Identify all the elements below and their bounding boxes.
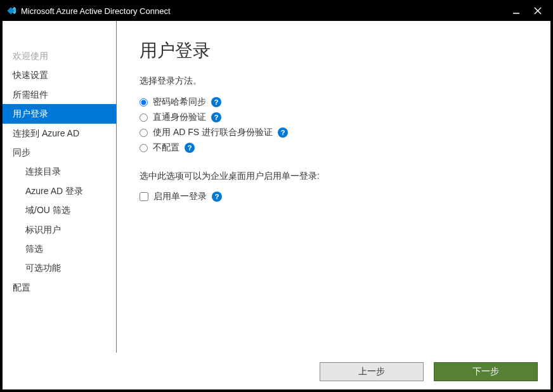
titlebar: Microsoft Azure Active Directory Connect [1, 1, 552, 21]
signin-option-label: 密码哈希同步 [153, 96, 206, 108]
sidebar-step[interactable]: Azure AD 登录 [3, 181, 116, 200]
signin-option[interactable]: 直通身份验证? [140, 110, 528, 125]
help-icon[interactable]: ? [278, 127, 288, 138]
page-title: 用户登录 [140, 39, 528, 63]
signin-option[interactable]: 不配置? [140, 140, 528, 155]
minimize-button[interactable] [509, 4, 523, 18]
help-icon[interactable]: ? [212, 192, 222, 202]
titlebar-controls [509, 4, 547, 18]
wizard-footer: 上一步 下一步 [3, 353, 550, 389]
main-panel: 用户登录 选择登录方法。 密码哈希同步?直通身份验证?使用 AD FS 进行联合… [117, 21, 550, 353]
help-icon[interactable]: ? [211, 112, 221, 122]
content-area: 欢迎使用快速设置所需组件用户登录连接到 Azure AD同步连接目录Azure … [3, 21, 550, 389]
sidebar-step[interactable]: 连接到 Azure AD [3, 124, 116, 143]
signin-method-group: 密码哈希同步?直通身份验证?使用 AD FS 进行联合身份验证?不配置? [140, 95, 528, 155]
enable-sso-label: 启用单一登录 [153, 191, 207, 202]
sidebar-step[interactable]: 用户登录 [3, 104, 116, 123]
sidebar-step[interactable]: 连接目录 [3, 162, 116, 181]
body: 欢迎使用快速设置所需组件用户登录连接到 Azure AD同步连接目录Azure … [3, 21, 550, 353]
signin-option[interactable]: 使用 AD FS 进行联合身份验证? [140, 125, 528, 140]
app-window: Microsoft Azure Active Directory Connect… [0, 0, 553, 392]
signin-option-label: 使用 AD FS 进行联合身份验证 [153, 127, 273, 138]
close-icon [534, 7, 542, 15]
help-icon[interactable]: ? [211, 97, 221, 107]
sidebar-step[interactable]: 可选功能 [3, 258, 116, 277]
sidebar-step[interactable]: 标识用户 [3, 220, 116, 239]
next-button[interactable]: 下一步 [434, 362, 538, 381]
close-button[interactable] [531, 4, 545, 18]
sidebar-step[interactable]: 快速设置 [3, 65, 116, 84]
enable-sso-row[interactable]: 启用单一登录 ? [140, 191, 528, 202]
sso-description: 选中此选项可以为企业桌面用户启用单一登录: [140, 171, 528, 182]
sidebar-step[interactable]: 域/OU 筛选 [3, 200, 116, 219]
sidebar-step[interactable]: 筛选 [3, 239, 116, 258]
signin-radio[interactable] [140, 144, 148, 152]
minimize-icon [512, 7, 520, 15]
previous-button[interactable]: 上一步 [320, 362, 424, 381]
wizard-sidebar: 欢迎使用快速设置所需组件用户登录连接到 Azure AD同步连接目录Azure … [3, 21, 117, 353]
sidebar-step[interactable]: 同步 [3, 143, 116, 162]
sidebar-step[interactable]: 所需组件 [3, 85, 116, 104]
app-logo-icon [6, 6, 16, 16]
sidebar-step[interactable]: 配置 [3, 278, 116, 297]
instruction-text: 选择登录方法。 [140, 75, 528, 87]
enable-sso-checkbox[interactable] [140, 192, 148, 201]
signin-radio[interactable] [140, 114, 148, 122]
signin-radio[interactable] [140, 98, 148, 107]
signin-radio[interactable] [140, 129, 148, 137]
signin-option[interactable]: 密码哈希同步? [140, 95, 528, 110]
signin-option-label: 直通身份验证 [153, 112, 206, 123]
help-icon[interactable]: ? [185, 143, 195, 153]
signin-option-label: 不配置 [153, 142, 179, 154]
window-title: Microsoft Azure Active Directory Connect [21, 6, 509, 16]
sidebar-step: 欢迎使用 [3, 46, 116, 65]
